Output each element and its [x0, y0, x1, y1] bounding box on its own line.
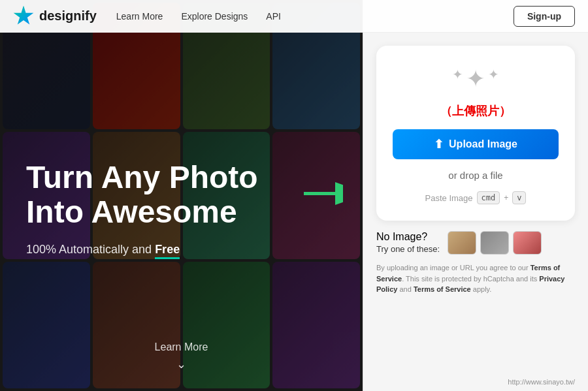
sparkle-small-icon-2: ✦: [488, 67, 499, 82]
sparkles-icon: ✦ ✦ ✦: [452, 65, 499, 93]
terms-and: and: [397, 285, 413, 293]
subtitle-prefix: 100% Automatically and: [26, 243, 155, 256]
logo-link[interactable]: designify: [13, 6, 97, 27]
hero-title-line2: Into Awesome: [26, 195, 237, 229]
watermark: http://www.sinayo.tw/: [508, 378, 575, 386]
learn-more-section: Learn More ⌄: [0, 341, 363, 371]
navbar-right: Sign-up: [514, 6, 575, 27]
try-these-text: Try one of these:: [376, 244, 440, 254]
hero-section: Turn Any Photo Into Awesome 100% Automat…: [0, 0, 363, 391]
green-arrow-icon: [304, 178, 343, 213]
drop-file-text: or drop a file: [448, 170, 502, 181]
main-content: Turn Any Photo Into Awesome 100% Automat…: [0, 0, 588, 391]
sign-up-button[interactable]: Sign-up: [514, 6, 575, 27]
nav-links: Learn More Explore Designs API: [116, 11, 281, 22]
sample-images: [448, 231, 542, 255]
paste-row: Paste Image cmd + v: [425, 191, 527, 204]
sparkle-small-icon: ✦: [452, 67, 463, 82]
upload-image-button[interactable]: ⬆ Upload Image: [393, 129, 559, 159]
hero-title: Turn Any Photo Into Awesome: [26, 161, 336, 230]
chinese-upload-label: （上傳照片）: [440, 103, 511, 119]
plus-sign: +: [504, 193, 508, 202]
hero-title-line1: Turn Any Photo: [26, 160, 258, 195]
terms-mid: . This site is protected by hCaptcha and…: [402, 275, 539, 283]
arrow-container: [304, 178, 343, 213]
sample-image-1[interactable]: [448, 231, 476, 255]
terms-end: apply.: [471, 285, 492, 293]
logo-text: designify: [39, 8, 97, 23]
sample-image-2[interactable]: [480, 231, 509, 255]
upload-icon: ⬆: [434, 137, 444, 151]
page-wrapper: designify Learn More Explore Designs API…: [0, 0, 588, 391]
upload-card: ✦ ✦ ✦ （上傳照片） ⬆ Upload Image or drop a fi…: [376, 46, 575, 221]
no-image-text: No Image?: [376, 231, 427, 242]
subtitle-free: Free: [155, 243, 180, 259]
nav-link-api[interactable]: API: [266, 11, 281, 22]
logo-icon: [13, 6, 34, 27]
right-panel: ✦ ✦ ✦ （上傳照片） ⬆ Upload Image or drop a fi…: [363, 0, 588, 391]
v-key-badge: v: [512, 191, 526, 204]
no-image-label: No Image? Try one of these:: [376, 231, 440, 255]
terms-prefix: By uploading an image or URL you agree t…: [376, 264, 531, 272]
sample-image-3[interactable]: [513, 231, 542, 255]
upload-btn-label: Upload Image: [449, 138, 517, 150]
terms-text: By uploading an image or URL you agree t…: [376, 262, 575, 295]
sparkle-big-icon: ✦: [466, 65, 485, 93]
nav-link-learn-more[interactable]: Learn More: [116, 11, 163, 22]
terms-link-3[interactable]: Terms of Service: [414, 285, 471, 293]
no-image-section: No Image? Try one of these:: [376, 231, 575, 255]
navbar: designify Learn More Explore Designs API…: [0, 0, 588, 33]
nav-link-explore-designs[interactable]: Explore Designs: [181, 11, 248, 22]
hero-subtitle: 100% Automatically and Free: [26, 243, 336, 257]
paste-label: Paste Image: [425, 193, 473, 203]
chevron-down-icon: ⌄: [176, 357, 186, 371]
learn-more-button[interactable]: Learn More: [155, 341, 208, 353]
cmd-key-badge: cmd: [477, 191, 500, 204]
